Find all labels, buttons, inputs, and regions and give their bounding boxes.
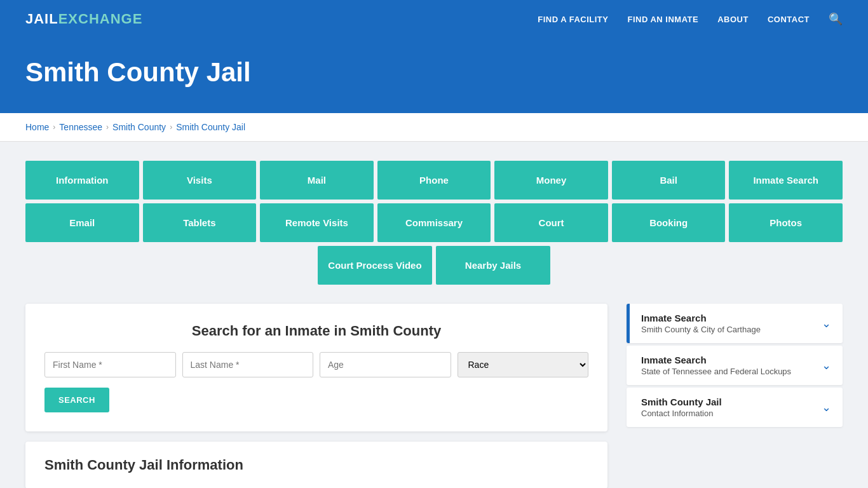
breadcrumb: Home › Tennessee › Smith County › Smith … (25, 122, 843, 132)
btn-visits[interactable]: Visits (143, 161, 257, 200)
logo-exchange: EXCHANGE (58, 11, 143, 27)
header: JAILEXCHANGE FIND A FACILITY FIND AN INM… (0, 0, 868, 38)
btn-mail[interactable]: Mail (260, 161, 374, 200)
search-panel: Search for an Inmate in Smith County Rac… (25, 304, 607, 431)
btn-remote-visits[interactable]: Remote Visits (260, 203, 374, 242)
breadcrumb-smith-county-jail[interactable]: Smith County Jail (176, 122, 245, 132)
search-title: Search for an Inmate in Smith County (44, 323, 588, 339)
last-name-input[interactable] (182, 352, 314, 377)
btn-commissary[interactable]: Commissary (377, 203, 491, 242)
btn-inmate-search[interactable]: Inmate Search (729, 161, 843, 200)
btn-court-process-video[interactable]: Court Process Video (318, 246, 432, 285)
chevron-down-icon-3: ⌄ (822, 400, 831, 414)
bottom-section: Search for an Inmate in Smith County Rac… (25, 304, 843, 488)
nav-about[interactable]: ABOUT (717, 15, 749, 24)
first-name-input[interactable] (44, 352, 176, 377)
btn-email[interactable]: Email (25, 203, 139, 242)
button-row-2: Email Tablets Remote Visits Commissary C… (25, 203, 843, 242)
sidebar-item-inmate-search-smith[interactable]: Inmate Search Smith County & City of Car… (627, 304, 843, 343)
age-input[interactable] (320, 352, 451, 377)
sidebar-item-subtitle-3: Contact Information (641, 409, 722, 418)
btn-court[interactable]: Court (494, 203, 608, 242)
page-title: Smith County Jail (25, 57, 843, 88)
search-button[interactable]: SEARCH (44, 388, 109, 412)
search-fields: Race White Black Hispanic Asian Other (44, 352, 588, 377)
breadcrumb-home[interactable]: Home (25, 122, 49, 132)
btn-phone[interactable]: Phone (377, 161, 491, 200)
breadcrumb-tennessee[interactable]: Tennessee (59, 122, 102, 132)
left-panels: Search for an Inmate in Smith County Rac… (25, 304, 607, 488)
sidebar-item-contact-info[interactable]: Smith County Jail Contact Information ⌄ (627, 388, 843, 427)
search-icon[interactable]: 🔍 (829, 12, 843, 26)
info-title: Smith County Jail Information (44, 457, 588, 473)
sidebar-item-title-2: Inmate Search (641, 355, 791, 365)
main-content: Information Visits Mail Phone Money Bail… (0, 142, 868, 488)
btn-booking[interactable]: Booking (612, 203, 726, 242)
breadcrumb-smith-county[interactable]: Smith County (112, 122, 166, 132)
chevron-down-icon-2: ⌄ (822, 358, 831, 372)
logo-jail: JAIL (25, 11, 58, 27)
nav-contact[interactable]: CONTACT (768, 15, 810, 24)
chevron-down-icon-1: ⌄ (822, 316, 831, 330)
breadcrumb-sep-1: › (53, 123, 55, 132)
sidebar-item-inmate-search-state[interactable]: Inmate Search State of Tennessee and Fed… (627, 346, 843, 385)
sidebar-item-title-3: Smith County Jail (641, 396, 722, 407)
sidebar-item-title-1: Inmate Search (641, 313, 761, 323)
btn-bail[interactable]: Bail (612, 161, 726, 200)
btn-money[interactable]: Money (494, 161, 608, 200)
btn-nearby-jails[interactable]: Nearby Jails (436, 246, 550, 285)
race-select[interactable]: Race White Black Hispanic Asian Other (458, 352, 589, 377)
hero-section: Smith County Jail (0, 38, 868, 113)
btn-information[interactable]: Information (25, 161, 139, 200)
breadcrumb-sep-3: › (170, 123, 172, 132)
button-row-3: Court Process Video Nearby Jails (25, 246, 843, 285)
nav-find-inmate[interactable]: FIND AN INMATE (627, 15, 698, 24)
sidebar-item-subtitle-2: State of Tennessee and Federal Lockups (641, 367, 791, 376)
btn-photos[interactable]: Photos (729, 203, 843, 242)
info-section: Smith County Jail Information (25, 442, 607, 488)
nav-find-facility[interactable]: FIND A FACILITY (538, 15, 608, 24)
nav: FIND A FACILITY FIND AN INMATE ABOUT CON… (538, 12, 843, 26)
button-row-1: Information Visits Mail Phone Money Bail… (25, 161, 843, 200)
sidebar-item-subtitle-1: Smith County & City of Carthage (641, 325, 761, 334)
sidebar: Inmate Search Smith County & City of Car… (627, 304, 843, 430)
breadcrumb-sep-2: › (106, 123, 109, 132)
btn-tablets[interactable]: Tablets (143, 203, 257, 242)
breadcrumb-bar: Home › Tennessee › Smith County › Smith … (0, 113, 868, 142)
logo[interactable]: JAILEXCHANGE (25, 11, 142, 27)
